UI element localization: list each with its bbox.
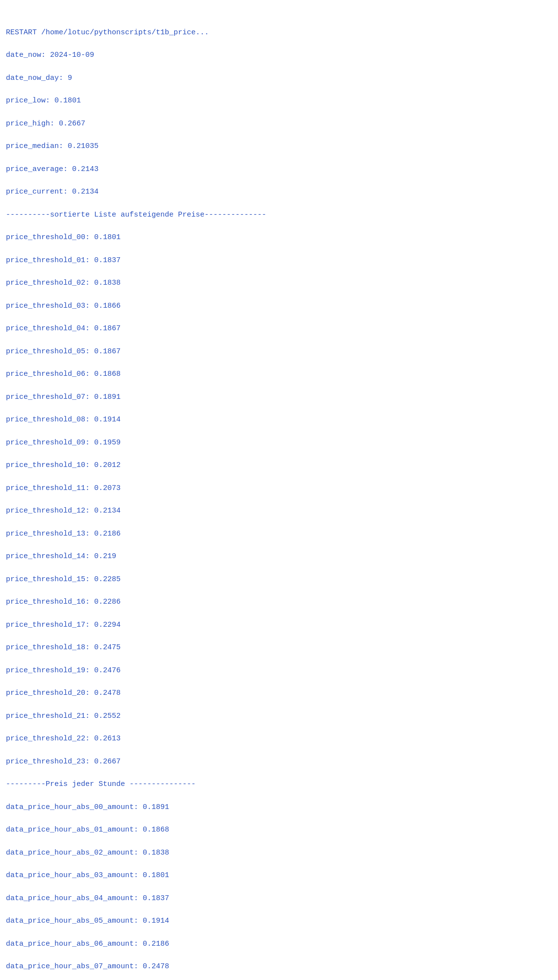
output-line-27: price_threshold_19: 0.2476 xyxy=(6,665,552,676)
output-line-25: price_threshold_17: 0.2294 xyxy=(6,619,552,631)
header-line: RESTART /home/lotuc/pythonscripts/t1b_pr… xyxy=(6,27,552,38)
output-line-10: price_threshold_02: 0.1838 xyxy=(6,277,552,289)
output-line-3: price_high: 0.2667 xyxy=(6,118,552,129)
output-line-20: price_threshold_12: 0.2134 xyxy=(6,505,552,516)
output-line-7: ----------sortierte Liste aufsteigende P… xyxy=(6,209,552,220)
output-line-37: data_price_hour_abs_04_amount: 0.1837 xyxy=(6,893,552,904)
output-line-35: data_price_hour_abs_02_amount: 0.1838 xyxy=(6,847,552,858)
output-line-36: data_price_hour_abs_03_amount: 0.1801 xyxy=(6,870,552,881)
output-line-12: price_threshold_04: 0.1867 xyxy=(6,323,552,334)
output-line-19: price_threshold_11: 0.2073 xyxy=(6,483,552,494)
output-line-34: data_price_hour_abs_01_amount: 0.1868 xyxy=(6,824,552,835)
output-line-21: price_threshold_13: 0.2186 xyxy=(6,528,552,539)
output-line-26: price_threshold_18: 0.2475 xyxy=(6,642,552,653)
output-line-40: data_price_hour_abs_07_amount: 0.2478 xyxy=(6,961,552,972)
output-line-14: price_threshold_06: 0.1868 xyxy=(6,368,552,380)
output-line-38: data_price_hour_abs_05_amount: 0.1914 xyxy=(6,915,552,927)
output-line-33: data_price_hour_abs_00_amount: 0.1891 xyxy=(6,802,552,813)
output-line-9: price_threshold_01: 0.1837 xyxy=(6,255,552,266)
output-line-15: price_threshold_07: 0.1891 xyxy=(6,392,552,403)
output-line-1: date_now_day: 9 xyxy=(6,73,552,84)
output-line-11: price_threshold_03: 0.1866 xyxy=(6,300,552,312)
output-line-24: price_threshold_16: 0.2286 xyxy=(6,596,552,608)
output-line-2: price_low: 0.1801 xyxy=(6,95,552,106)
output-line-17: price_threshold_09: 0.1959 xyxy=(6,437,552,448)
output-line-28: price_threshold_20: 0.2478 xyxy=(6,687,552,699)
output-line-8: price_threshold_00: 0.1801 xyxy=(6,232,552,243)
output-line-32: ---------Preis jeder Stunde ------------… xyxy=(6,779,552,790)
output-line-23: price_threshold_15: 0.2285 xyxy=(6,574,552,585)
output-lines: date_now: 2024-10-09 date_now_day: 9 pri… xyxy=(6,49,552,980)
output-line-13: price_threshold_05: 0.1867 xyxy=(6,346,552,357)
output-line-0: date_now: 2024-10-09 xyxy=(6,49,552,61)
output-line-4: price_median: 0.21035 xyxy=(6,141,552,152)
output-line-29: price_threshold_21: 0.2552 xyxy=(6,710,552,722)
output-line-39: data_price_hour_abs_06_amount: 0.2186 xyxy=(6,938,552,950)
terminal-output: RESTART /home/lotuc/pythonscripts/t1b_pr… xyxy=(6,4,552,49)
output-line-18: price_threshold_10: 0.2012 xyxy=(6,460,552,471)
output-line-30: price_threshold_22: 0.2613 xyxy=(6,733,552,744)
output-line-6: price_current: 0.2134 xyxy=(6,186,552,197)
output-line-16: price_threshold_08: 0.1914 xyxy=(6,414,552,425)
output-line-31: price_threshold_23: 0.2667 xyxy=(6,756,552,767)
output-line-22: price_threshold_14: 0.219 xyxy=(6,551,552,562)
output-line-5: price_average: 0.2143 xyxy=(6,164,552,175)
